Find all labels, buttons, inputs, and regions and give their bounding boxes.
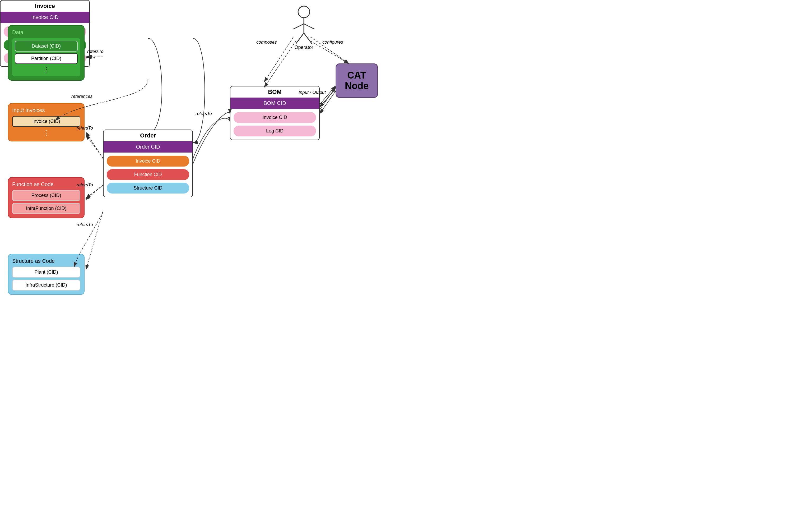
dataset-pill: Dataset (CID)	[15, 41, 78, 52]
bom-log-cid: Log CID	[234, 126, 316, 136]
struct-title: Structure as Code	[12, 258, 80, 264]
cat-line1: CAT	[347, 70, 366, 81]
order-structure-cid: Structure CID	[107, 183, 189, 193]
svg-point-2	[298, 6, 310, 18]
refers-to-data-label: refersTo	[87, 49, 104, 54]
input-output-label: Input / Output	[298, 90, 326, 95]
func-title: Function as Code	[12, 181, 80, 187]
svg-line-7	[304, 33, 312, 44]
refers-to-struct-arrow	[86, 212, 103, 270]
input-invoices-box: Input Invoices Invoice (CID) ⋮	[8, 103, 85, 141]
cat-line2: Node	[345, 80, 369, 91]
infra-func-pill: InfraFunction (CID)	[12, 203, 80, 214]
composes-label: composes	[256, 40, 277, 45]
order-invoice-cid: Invoice CID	[107, 156, 189, 167]
data-box: Data Dataset (CID) Partition (CID) ⋮	[8, 25, 85, 81]
svg-line-6	[296, 33, 304, 44]
dots-h-data: • • •	[86, 54, 95, 61]
data-title: Data	[12, 29, 80, 35]
invoice-title: Invoice	[1, 1, 89, 11]
refers-to-order-label: refersTo	[77, 126, 93, 131]
bom-cid-bar: BOM CID	[230, 98, 319, 109]
refers-to-invoices-arrow	[86, 132, 103, 159]
refers-to-bom-arrow	[193, 118, 230, 159]
infra-struct-pill: InfraStructure (CID)	[12, 280, 80, 291]
bom-invoice-cid: Invoice CID	[234, 112, 316, 123]
input-inv-title: Input Invoices	[12, 107, 80, 113]
data-dots: ⋮	[15, 65, 78, 74]
svg-line-15	[86, 135, 103, 158]
invoice-cid-bar: Invoice CID	[1, 11, 89, 23]
order-cid-bar: Order CID	[104, 141, 192, 153]
input-inv-dots: ⋮	[12, 129, 80, 137]
refers-to-bom-label: refersTo	[196, 111, 212, 116]
invoice-cid-pill: Invoice (CID)	[12, 116, 80, 127]
svg-line-4	[293, 24, 304, 29]
process-pill: Process (CID)	[12, 190, 80, 201]
cat-node: CAT Node	[336, 63, 378, 98]
partition-pill: Partition (CID)	[15, 53, 78, 64]
structure-as-code-box: Structure as Code Plant (CID) InfraStruc…	[8, 254, 85, 295]
refers-to-order-arrow	[148, 38, 162, 135]
refers-to-func-label: refersTo	[77, 183, 93, 188]
references-label: references	[71, 94, 92, 99]
refers-to-struct-label: refersTo	[77, 222, 93, 227]
function-as-code-box: Function as Code Process (CID) InfraFunc…	[8, 177, 85, 218]
operator-area: Operator	[288, 4, 320, 50]
operator-figure	[288, 4, 320, 46]
bom-fields: Invoice CID Log CID	[230, 109, 319, 140]
order-fields: Invoice CID Function CID Structure CID	[104, 153, 192, 197]
cat-node-text: CAT Node	[345, 70, 369, 91]
data-inner: Dataset (CID) Partition (CID) ⋮	[12, 38, 80, 76]
svg-line-5	[304, 24, 314, 29]
order-box: Order Order CID Invoice CID Function CID…	[103, 130, 193, 197]
order-function-cid: Function CID	[107, 169, 189, 180]
configures-label: configures	[322, 40, 343, 45]
plant-pill: Plant (CID)	[12, 267, 80, 278]
input-output-right-arrow	[320, 86, 336, 104]
order-title: Order	[104, 130, 192, 141]
